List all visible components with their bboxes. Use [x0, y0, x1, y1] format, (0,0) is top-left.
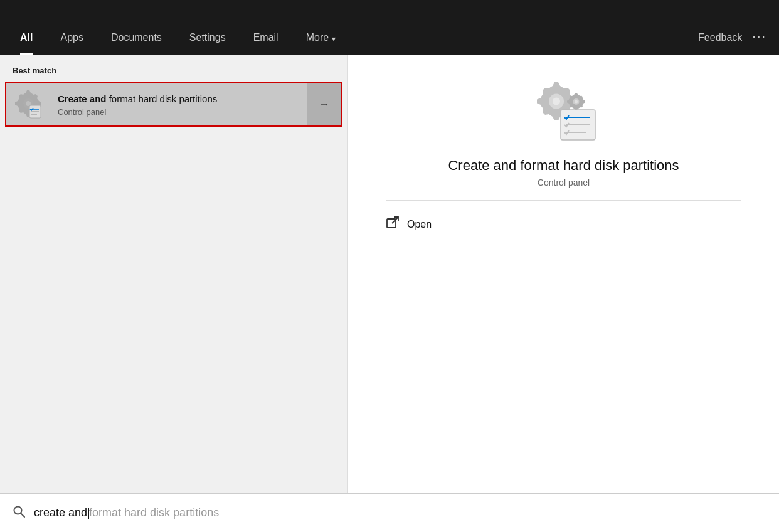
right-panel-divider: [386, 200, 741, 201]
nav-item-email[interactable]: Email: [240, 0, 292, 55]
best-match-arrow-button[interactable]: →: [307, 83, 341, 125]
search-suggestion-text: format hard disk partitions: [89, 506, 219, 519]
left-panel: Best match: [0, 55, 348, 493]
search-bar: create andformat hard disk partitions: [0, 493, 779, 532]
best-match-item[interactable]: Create and format hard disk partitions C…: [5, 82, 342, 127]
main-content: Best match: [0, 55, 779, 493]
nav-right: Feedback ···: [698, 0, 766, 55]
right-app-icon: [526, 80, 601, 142]
disk-management-icon: [13, 89, 43, 119]
nav-item-settings[interactable]: Settings: [176, 0, 240, 55]
nav-items: All Apps Documents Settings Email More ▾: [6, 0, 698, 55]
search-typed-text: create and: [34, 506, 87, 519]
svg-point-9: [575, 100, 578, 104]
right-panel-title: Create and format hard disk partitions: [448, 157, 679, 174]
right-panel: Create and format hard disk partitions C…: [348, 55, 779, 493]
more-options-button[interactable]: ···: [752, 29, 766, 43]
open-action-button[interactable]: Open: [386, 216, 432, 233]
chevron-down-icon: ▾: [332, 35, 336, 43]
best-match-title: Create and format hard disk partitions: [58, 93, 299, 105]
best-match-subtitle: Control panel: [58, 107, 299, 117]
nav-item-apps[interactable]: Apps: [46, 0, 97, 55]
open-in-window-icon: [386, 216, 400, 230]
right-icon-area: [526, 80, 601, 145]
svg-point-7: [553, 98, 560, 105]
best-match-text: Create and format hard disk partitions C…: [50, 83, 307, 125]
open-label: Open: [407, 219, 432, 230]
nav-item-more[interactable]: More ▾: [292, 0, 349, 55]
nav-item-documents[interactable]: Documents: [97, 0, 176, 55]
feedback-button[interactable]: Feedback: [698, 32, 742, 43]
nav-item-all[interactable]: All: [6, 0, 46, 55]
search-input[interactable]: create andformat hard disk partitions: [34, 506, 766, 519]
section-label-best-match: Best match: [0, 66, 347, 82]
best-match-icon-area: [6, 83, 50, 125]
open-icon: [386, 216, 400, 233]
svg-line-15: [392, 217, 398, 223]
right-panel-subtitle: Control panel: [538, 178, 590, 188]
search-icon: [13, 505, 25, 521]
top-nav: All Apps Documents Settings Email More ▾…: [0, 0, 779, 55]
svg-line-17: [21, 513, 24, 517]
search-magnifier-icon: [13, 505, 25, 518]
